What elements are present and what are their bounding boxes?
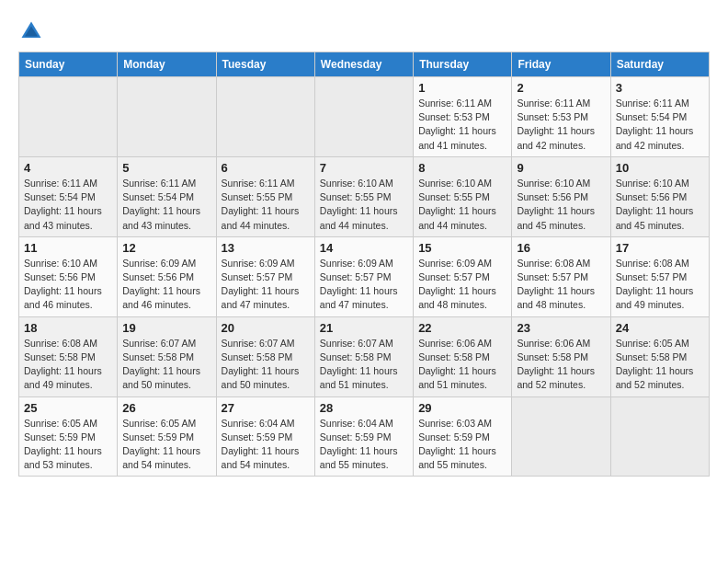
calendar-cell: 10Sunrise: 6:10 AM Sunset: 5:56 PM Dayli… [610, 156, 709, 236]
calendar-cell: 16Sunrise: 6:08 AM Sunset: 5:57 PM Dayli… [512, 236, 610, 316]
calendar-week-row: 18Sunrise: 6:08 AM Sunset: 5:58 PM Dayli… [19, 316, 710, 396]
calendar-cell: 25Sunrise: 6:05 AM Sunset: 5:59 PM Dayli… [19, 396, 118, 477]
calendar-cell [314, 77, 413, 157]
calendar-cell: 4Sunrise: 6:11 AM Sunset: 5:54 PM Daylig… [19, 156, 118, 236]
calendar-week-row: 1Sunrise: 6:11 AM Sunset: 5:53 PM Daylig… [19, 77, 710, 157]
calendar-week-row: 4Sunrise: 6:11 AM Sunset: 5:54 PM Daylig… [19, 156, 710, 236]
day-info: Sunrise: 6:11 AM Sunset: 5:54 PM Dayligh… [122, 177, 210, 233]
day-info: Sunrise: 6:05 AM Sunset: 5:59 PM Dayligh… [24, 417, 112, 473]
weekday-header: Wednesday [314, 52, 413, 77]
page-header [18, 18, 710, 44]
day-info: Sunrise: 6:05 AM Sunset: 5:59 PM Dayligh… [122, 417, 210, 473]
day-number: 29 [418, 401, 506, 415]
weekday-header: Thursday [414, 52, 512, 77]
day-number: 28 [320, 401, 408, 415]
day-number: 13 [222, 241, 310, 255]
day-number: 6 [222, 161, 310, 175]
weekday-header-row: SundayMondayTuesdayWednesdayThursdayFrid… [19, 52, 710, 77]
calendar-cell: 17Sunrise: 6:08 AM Sunset: 5:57 PM Dayli… [610, 236, 709, 316]
day-info: Sunrise: 6:06 AM Sunset: 5:58 PM Dayligh… [418, 337, 506, 393]
weekday-header: Tuesday [216, 52, 314, 77]
calendar-cell: 8Sunrise: 6:10 AM Sunset: 5:55 PM Daylig… [414, 156, 512, 236]
day-info: Sunrise: 6:08 AM Sunset: 5:58 PM Dayligh… [24, 337, 112, 393]
weekday-header: Monday [118, 52, 216, 77]
calendar-cell: 11Sunrise: 6:10 AM Sunset: 5:56 PM Dayli… [19, 236, 118, 316]
day-number: 19 [122, 321, 210, 335]
calendar-cell: 29Sunrise: 6:03 AM Sunset: 5:59 PM Dayli… [414, 396, 512, 477]
calendar-cell: 26Sunrise: 6:05 AM Sunset: 5:59 PM Dayli… [118, 396, 216, 477]
calendar-cell: 2Sunrise: 6:11 AM Sunset: 5:53 PM Daylig… [512, 77, 610, 157]
calendar-cell: 9Sunrise: 6:10 AM Sunset: 5:56 PM Daylig… [512, 156, 610, 236]
day-number: 15 [418, 241, 506, 255]
day-number: 2 [517, 81, 605, 95]
calendar-cell [610, 396, 709, 477]
day-number: 5 [122, 161, 210, 175]
day-number: 26 [122, 401, 210, 415]
day-number: 10 [616, 161, 704, 175]
day-info: Sunrise: 6:10 AM Sunset: 5:56 PM Dayligh… [517, 177, 605, 233]
day-number: 25 [24, 401, 112, 415]
day-info: Sunrise: 6:11 AM Sunset: 5:54 PM Dayligh… [616, 97, 704, 153]
day-number: 20 [222, 321, 310, 335]
day-info: Sunrise: 6:11 AM Sunset: 5:54 PM Dayligh… [24, 177, 112, 233]
calendar-cell: 19Sunrise: 6:07 AM Sunset: 5:58 PM Dayli… [118, 316, 216, 396]
calendar-week-row: 11Sunrise: 6:10 AM Sunset: 5:56 PM Dayli… [19, 236, 710, 316]
day-info: Sunrise: 6:09 AM Sunset: 5:57 PM Dayligh… [222, 257, 310, 313]
day-number: 3 [616, 81, 704, 95]
day-number: 9 [517, 161, 605, 175]
calendar-cell: 12Sunrise: 6:09 AM Sunset: 5:56 PM Dayli… [118, 236, 216, 316]
logo-icon [18, 18, 44, 44]
day-number: 11 [24, 241, 112, 255]
day-number: 22 [418, 321, 506, 335]
calendar-cell: 5Sunrise: 6:11 AM Sunset: 5:54 PM Daylig… [118, 156, 216, 236]
logo [18, 18, 48, 44]
calendar-cell: 6Sunrise: 6:11 AM Sunset: 5:55 PM Daylig… [216, 156, 314, 236]
calendar-cell: 3Sunrise: 6:11 AM Sunset: 5:54 PM Daylig… [610, 77, 709, 157]
day-number: 18 [24, 321, 112, 335]
calendar-cell: 18Sunrise: 6:08 AM Sunset: 5:58 PM Dayli… [19, 316, 118, 396]
day-number: 24 [616, 321, 704, 335]
day-info: Sunrise: 6:09 AM Sunset: 5:57 PM Dayligh… [418, 257, 506, 313]
day-number: 23 [517, 321, 605, 335]
day-info: Sunrise: 6:10 AM Sunset: 5:56 PM Dayligh… [24, 257, 112, 313]
day-info: Sunrise: 6:07 AM Sunset: 5:58 PM Dayligh… [122, 337, 210, 393]
calendar-cell: 14Sunrise: 6:09 AM Sunset: 5:57 PM Dayli… [314, 236, 413, 316]
calendar-cell [512, 396, 610, 477]
calendar-cell: 15Sunrise: 6:09 AM Sunset: 5:57 PM Dayli… [414, 236, 512, 316]
day-info: Sunrise: 6:11 AM Sunset: 5:53 PM Dayligh… [418, 97, 506, 153]
day-info: Sunrise: 6:08 AM Sunset: 5:57 PM Dayligh… [616, 257, 704, 313]
calendar-cell [19, 77, 118, 157]
day-number: 17 [616, 241, 704, 255]
weekday-header: Saturday [610, 52, 709, 77]
day-number: 7 [320, 161, 408, 175]
day-number: 16 [517, 241, 605, 255]
calendar-cell: 23Sunrise: 6:06 AM Sunset: 5:58 PM Dayli… [512, 316, 610, 396]
calendar-cell: 24Sunrise: 6:05 AM Sunset: 5:58 PM Dayli… [610, 316, 709, 396]
calendar-cell: 28Sunrise: 6:04 AM Sunset: 5:59 PM Dayli… [314, 396, 413, 477]
calendar-table: SundayMondayTuesdayWednesdayThursdayFrid… [18, 52, 710, 477]
day-info: Sunrise: 6:04 AM Sunset: 5:59 PM Dayligh… [320, 417, 408, 473]
day-number: 1 [418, 81, 506, 95]
day-number: 21 [320, 321, 408, 335]
calendar-cell: 21Sunrise: 6:07 AM Sunset: 5:58 PM Dayli… [314, 316, 413, 396]
day-info: Sunrise: 6:04 AM Sunset: 5:59 PM Dayligh… [222, 417, 310, 473]
day-number: 27 [222, 401, 310, 415]
day-info: Sunrise: 6:05 AM Sunset: 5:58 PM Dayligh… [616, 337, 704, 393]
calendar-cell: 13Sunrise: 6:09 AM Sunset: 5:57 PM Dayli… [216, 236, 314, 316]
day-info: Sunrise: 6:09 AM Sunset: 5:57 PM Dayligh… [320, 257, 408, 313]
day-info: Sunrise: 6:03 AM Sunset: 5:59 PM Dayligh… [418, 417, 506, 473]
calendar-cell: 27Sunrise: 6:04 AM Sunset: 5:59 PM Dayli… [216, 396, 314, 477]
calendar-cell: 1Sunrise: 6:11 AM Sunset: 5:53 PM Daylig… [414, 77, 512, 157]
calendar-cell: 22Sunrise: 6:06 AM Sunset: 5:58 PM Dayli… [414, 316, 512, 396]
day-info: Sunrise: 6:10 AM Sunset: 5:55 PM Dayligh… [320, 177, 408, 233]
day-info: Sunrise: 6:11 AM Sunset: 5:55 PM Dayligh… [222, 177, 310, 233]
calendar-cell: 7Sunrise: 6:10 AM Sunset: 5:55 PM Daylig… [314, 156, 413, 236]
day-info: Sunrise: 6:11 AM Sunset: 5:53 PM Dayligh… [517, 97, 605, 153]
calendar-cell: 20Sunrise: 6:07 AM Sunset: 5:58 PM Dayli… [216, 316, 314, 396]
day-number: 12 [122, 241, 210, 255]
day-info: Sunrise: 6:08 AM Sunset: 5:57 PM Dayligh… [517, 257, 605, 313]
day-info: Sunrise: 6:10 AM Sunset: 5:56 PM Dayligh… [616, 177, 704, 233]
calendar-week-row: 25Sunrise: 6:05 AM Sunset: 5:59 PM Dayli… [19, 396, 710, 477]
calendar-cell [118, 77, 216, 157]
day-number: 14 [320, 241, 408, 255]
